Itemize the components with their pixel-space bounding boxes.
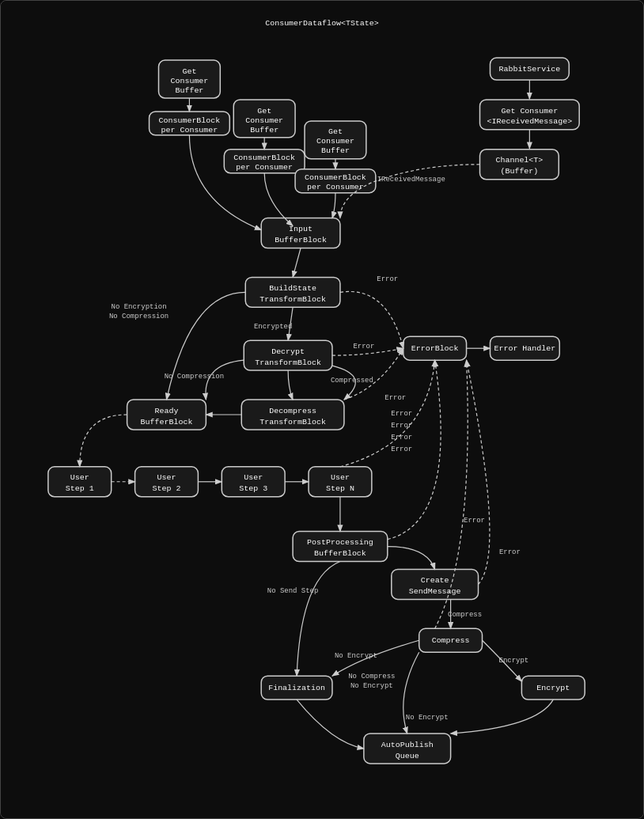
edge-label-encrypt1: Encrypt (499, 657, 529, 665)
cbc3-l1: ConsumerBlock (305, 173, 366, 182)
edge-label-ireceived: IReceivedMessage (377, 176, 445, 184)
decrypt-l2: TransformBlock (255, 358, 321, 367)
us3-l1: User (244, 473, 263, 482)
rabbit-service-label: RabbitService (498, 65, 560, 74)
ap-l1: AutoPublish (381, 741, 434, 749)
edge-label-no-comp-enc2: No Encrypt (350, 682, 393, 690)
rb-l1: Ready (155, 407, 179, 415)
edge-label-no-encrypt3: No Encrypt (406, 714, 449, 722)
edge-label-no-encrypt2: No Encrypt (335, 652, 377, 660)
cbc2-l1: ConsumerBlock (233, 154, 295, 162)
error-handler-label: Error Handler (494, 344, 555, 353)
edge-label-compressed: Compressed (331, 377, 373, 385)
edge-label-no-comp1: No Compression (109, 313, 169, 320)
edge-label-no-enc1: No Encryption (112, 303, 167, 311)
rb-l2: BufferBlock (141, 418, 193, 427)
error-block-label: ErrorBlock (411, 344, 459, 353)
edge-label-compress1: Compress (448, 611, 482, 619)
cbc3-l2: per Consumer (307, 183, 364, 191)
us1-l1: User (70, 473, 89, 482)
channel-t-buffer-label1: Channel<T> (495, 156, 543, 165)
csm-l2: SendMessage (409, 587, 461, 596)
get-consumer-ireceived-label2: <IReceivedMessage> (487, 117, 573, 126)
decrypt-l1: Decrypt (271, 347, 305, 356)
decomp-l2: TransformBlock (259, 418, 326, 427)
cbc1-l1: ConsumerBlock (159, 116, 221, 125)
diagram-container: ConsumerDataflow<TState> RabbitService G… (0, 0, 644, 819)
pp-l2: BufferBlock (314, 549, 366, 558)
cbc2-l2: per Consumer (236, 163, 293, 172)
edge-label-error9: Error (464, 517, 485, 525)
edge-label-error8: Error (499, 548, 521, 556)
us1-l2: Step 1 (66, 484, 94, 493)
gcb3-l3: Buffer (321, 146, 350, 155)
us2-l2: Step 2 (153, 484, 181, 493)
edge-label-no-comp2: No Compression (165, 373, 224, 381)
finalization-label: Finalization (268, 684, 325, 692)
edge-label-error2: Error (353, 343, 374, 351)
decomp-l1: Decompress (269, 407, 316, 415)
edge-label-no-comp-enc1: No Compress (348, 673, 395, 681)
main-title: ConsumerDataflow<TState> (265, 19, 379, 28)
cbc1-l2: per Consumer (161, 126, 218, 135)
gcb3-l2: Consumer (316, 137, 354, 146)
get-consumer-ireceived-label1: Get Consumer (501, 107, 558, 116)
edge-label-encrypted: Encrypted (254, 323, 292, 331)
edge-label-error3: Error (385, 394, 406, 402)
gcb2-l2: Consumer (245, 116, 283, 125)
channel-t-buffer-label2: (Buffer) (500, 167, 538, 176)
pp-l1: PostProcessing (307, 538, 373, 547)
usn-l2: Step N (326, 484, 354, 493)
encrypt-label: Encrypt (536, 684, 570, 692)
gcb2-l3: Buffer (250, 126, 278, 135)
edge-label-error4: Error (391, 446, 412, 453)
bs-l2: TransformBlock (259, 295, 326, 304)
bs-l1: BuildState (269, 284, 316, 293)
csm-l1: Create (421, 576, 449, 585)
us2-l1: User (157, 473, 176, 482)
gcb1-l1: Get (182, 67, 196, 76)
gcb1-l2: Consumer (170, 77, 208, 85)
compress-label: Compress (432, 636, 470, 645)
edge-label-error6: Error (391, 422, 412, 430)
edge-label-error1: Error (377, 275, 398, 283)
edge-label-error7: Error (391, 410, 412, 418)
usn-l1: User (331, 473, 350, 482)
gcb2-l1: Get (257, 107, 271, 116)
ibb-l2: BufferBlock (275, 236, 327, 245)
us3-l2: Step 3 (239, 484, 267, 493)
gcb1-l3: Buffer (175, 86, 203, 95)
edge-label-error5: Error (391, 434, 412, 442)
ap-l2: Queue (396, 752, 419, 760)
gcb3-l1: Get (328, 128, 343, 137)
edge-label-no-send: No Send Step (267, 587, 319, 595)
